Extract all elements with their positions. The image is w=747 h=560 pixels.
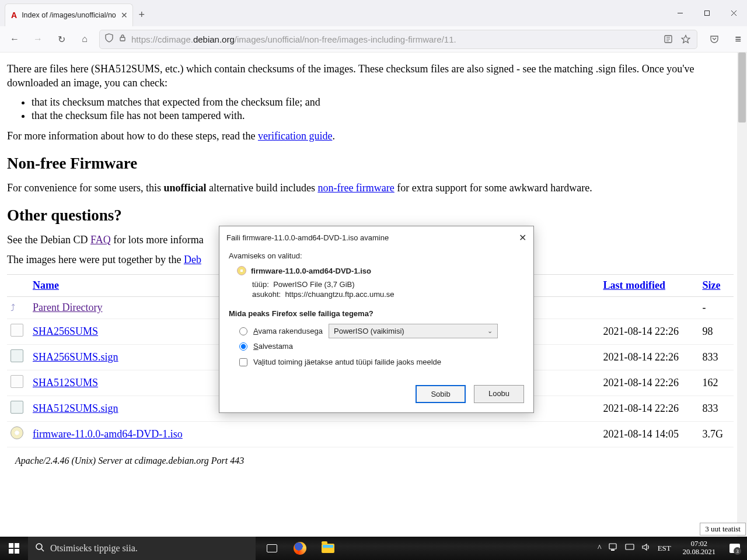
file-size: 3.7G (699, 421, 734, 447)
file-type-value: PowerISO File (3,7 GiB) (273, 280, 354, 289)
action-center-button[interactable]: 3 (727, 541, 742, 556)
file-modified: 2021-08-14 22:26 (599, 318, 699, 344)
debian-link[interactable]: Deb (184, 254, 201, 265)
file-link[interactable]: SHA512SUMS (33, 377, 98, 388)
system-tray: ^ EST 07:02 20.08.2021 3 (593, 540, 747, 556)
search-placeholder: Otsimiseks tippige siia. (50, 543, 138, 554)
vertical-scrollbar[interactable] (737, 52, 747, 537)
back-button[interactable]: ← (6, 30, 23, 48)
file-size: 833 (699, 396, 734, 421)
window-close-button[interactable] (720, 0, 747, 26)
svg-rect-9 (9, 543, 13, 548)
save-file-label[interactable]: Salvestama (253, 342, 293, 351)
tray-network-icon[interactable] (609, 543, 618, 554)
remember-choice-checkbox[interactable] (239, 358, 247, 366)
window-minimize-button[interactable] (666, 0, 693, 26)
file-link[interactable]: Parent Directory (33, 302, 102, 313)
back-icon: ⤴ (11, 303, 15, 313)
tray-monitor-icon[interactable] (625, 543, 634, 554)
non-free-firmware-link[interactable]: non-free firmware (317, 182, 394, 194)
remember-choice-label[interactable]: Valitud toiming jäetakse antud tüüpi fai… (253, 358, 441, 366)
home-button[interactable]: ⌂ (76, 30, 93, 48)
dialog-ok-button[interactable]: Sobib (416, 385, 466, 403)
svg-rect-15 (609, 544, 616, 549)
app-menu-button[interactable]: ≡ (735, 33, 741, 46)
windows-taskbar: Otsimiseks tippige siia. ^ EST 07:02 20.… (0, 537, 747, 560)
tab-close-icon[interactable]: ✕ (121, 10, 128, 20)
window-maximize-button[interactable] (693, 0, 720, 26)
url-text: https://cdimage.debian.org/images/unoffi… (131, 34, 657, 44)
file-modified: 2021-08-14 22:26 (599, 344, 699, 370)
open-with-radio[interactable] (239, 327, 247, 335)
file-modified (599, 296, 699, 318)
file-link[interactable]: SHA512SUMS.sign (33, 402, 118, 414)
new-tab-button[interactable]: + (133, 4, 151, 26)
disc-icon (11, 426, 23, 439)
tray-language-indicator[interactable]: EST (658, 544, 671, 553)
svg-rect-4 (120, 37, 125, 41)
open-with-label[interactable]: Avama rakendusega (253, 327, 323, 335)
faq-link[interactable]: FAQ (90, 234, 111, 246)
paragraph: For convenience for some users, this uno… (7, 181, 741, 195)
heading: Other questions? (7, 206, 741, 225)
browser-toolbar: ← → ↻ ⌂ https://cdimage.debian.org/image… (0, 26, 747, 52)
chevron-down-icon: ⌄ (487, 327, 493, 335)
list-item: that its checksum matches that expected … (32, 96, 741, 108)
sort-name-link[interactable]: Name (33, 279, 59, 291)
file-link[interactable]: SHA256SUMS.sign (33, 351, 118, 363)
dialog-cancel-button[interactable]: Loobu (474, 385, 524, 403)
task-view-button[interactable] (258, 537, 286, 560)
open-with-select[interactable]: PowerISO (vaikimisi) ⌄ (329, 324, 498, 338)
file-modified: 2021-08-14 22:26 (599, 396, 699, 421)
scrollbar-thumb[interactable] (738, 52, 746, 123)
svg-rect-11 (9, 549, 13, 554)
start-button[interactable] (0, 543, 28, 554)
tray-chevron-up-icon[interactable]: ^ (598, 544, 602, 553)
save-file-radio[interactable] (239, 342, 247, 351)
file-icon (11, 324, 23, 337)
taskbar-clock[interactable]: 07:02 20.08.2021 (678, 540, 720, 556)
tab-title: Index of /images/unofficial/no (22, 11, 116, 19)
paragraph: For more information about how to do the… (7, 129, 741, 143)
file-link[interactable]: firmware-11.0.0-amd64-DVD-1.iso (33, 428, 183, 440)
reload-button[interactable]: ↻ (53, 30, 70, 48)
tray-volume-icon[interactable] (641, 543, 651, 554)
taskbar-explorer[interactable] (314, 537, 342, 560)
svg-line-14 (41, 549, 44, 551)
file-location-value: https://chuangtzu.ftp.acc.umu.se (285, 290, 394, 299)
file-size: 98 (699, 318, 734, 344)
sort-modified-link[interactable]: Last modified (603, 279, 665, 291)
dialog-question: Mida peaks Firefox selle failiga tegema? (229, 309, 524, 318)
verification-guide-link[interactable]: verification guide (258, 130, 332, 142)
bookmark-star-icon[interactable] (679, 33, 692, 46)
table-row: firmware-11.0.0-amd64-DVD-1.iso2021-08-1… (7, 421, 734, 447)
dialog-title: Faili firmware-11.0.0-amd64-DVD-1.iso av… (226, 233, 389, 242)
sort-size-link[interactable]: Size (702, 279, 720, 291)
signature-file-icon (11, 349, 23, 362)
list-item: that the checksum file has not been tamp… (32, 110, 741, 122)
server-signature: Apache/2.4.46 (Unix) Server at cdimage.d… (15, 456, 741, 466)
taskbar-firefox[interactable] (286, 537, 314, 560)
tab-favicon: A (11, 10, 17, 20)
shield-icon[interactable] (104, 33, 114, 45)
dialog-subtitle: Avamiseks on valitud: (229, 251, 524, 260)
lock-icon[interactable] (118, 34, 127, 44)
svg-rect-16 (611, 550, 615, 551)
reader-mode-icon[interactable] (662, 33, 675, 46)
address-bar[interactable]: https://cdimage.debian.org/images/unoffi… (99, 30, 697, 49)
file-size: 162 (699, 370, 734, 396)
file-link[interactable]: SHA256SUMS (33, 326, 98, 337)
pocket-icon[interactable] (708, 33, 721, 46)
taskbar-search[interactable]: Otsimiseks tippige siia. (28, 537, 256, 560)
browser-tab[interactable]: A Index of /images/unofficial/no ✕ (5, 4, 133, 26)
signature-file-icon (11, 401, 23, 414)
paragraph: There are files here (SHA512SUMS, etc.) … (7, 62, 741, 90)
forward-button[interactable]: → (29, 30, 47, 48)
file-size: - (699, 296, 734, 318)
search-icon (35, 542, 44, 554)
disc-icon (237, 266, 246, 275)
file-icon (11, 375, 23, 388)
dialog-close-icon[interactable]: ✕ (519, 232, 526, 243)
download-dialog: Faili firmware-11.0.0-amd64-DVD-1.iso av… (219, 226, 534, 413)
notification-tooltip: 3 uut teatist (700, 523, 746, 536)
